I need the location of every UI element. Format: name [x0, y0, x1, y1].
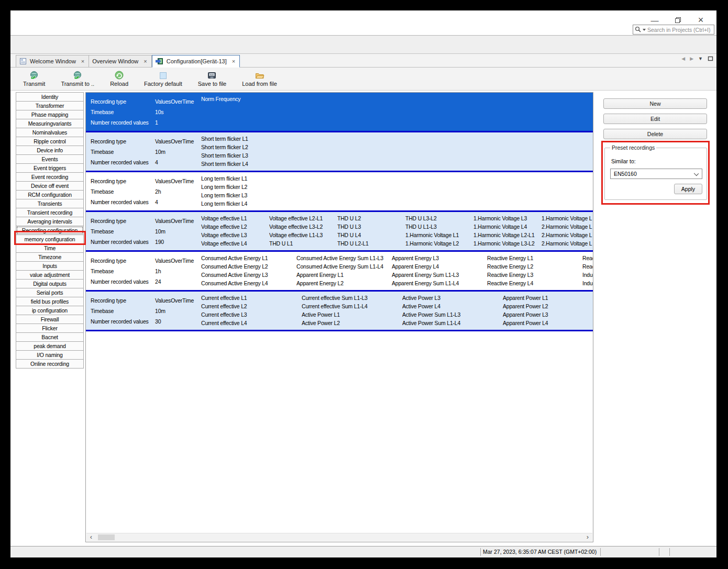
field-value: 30 — [155, 318, 161, 328]
sidebar-item-firewall[interactable]: Firewall — [16, 315, 84, 324]
scrollbar-thumb[interactable] — [98, 534, 115, 540]
horizontal-scrollbar[interactable]: ‹› — [86, 533, 592, 541]
recording-fields: Recording typeValuesOverTimeTimebase10mN… — [91, 297, 201, 328]
new-button[interactable]: New — [603, 98, 707, 109]
field-value: 2h — [155, 188, 161, 198]
tab-configuration[interactable]: Configuration[Gerät-13] × — [152, 55, 240, 68]
search-box[interactable] — [633, 25, 714, 35]
field-value: 10m — [155, 307, 166, 318]
delete-button[interactable]: Delete — [603, 129, 707, 139]
recording-row-1[interactable]: Recording typeValuesOverTimeTimebase10sN… — [86, 93, 593, 132]
field-label: Number recorded values — [91, 318, 155, 328]
sidebar-item-memory-configuration[interactable]: memory configuration — [16, 235, 84, 244]
reload-icon — [115, 71, 124, 80]
transmit-to-button[interactable]: Transmit to .. — [56, 70, 100, 88]
recorded-value: Apparent Energy L3 — [392, 254, 487, 262]
tab-scroll-right-icon[interactable]: ▶ — [690, 56, 693, 61]
recorded-value: Apparent Power L4 — [503, 319, 593, 327]
config-sidebar: IdentityTransformerPhase mappingMeasurin… — [16, 92, 84, 369]
maximize-view-icon[interactable] — [708, 56, 713, 61]
recording-row-6[interactable]: Recording typeValuesOverTimeTimebase10mN… — [86, 292, 593, 331]
field-label: Recording type — [91, 257, 155, 267]
sidebar-item-events[interactable]: Events — [16, 154, 84, 164]
sidebar-item-ip-configuration[interactable]: ip configuration — [16, 306, 84, 315]
tab-label: Configuration[Gerät-13] — [167, 58, 227, 64]
tab-list-dropdown-icon[interactable]: ▼ — [698, 56, 703, 61]
sidebar-item-field-bus-profiles[interactable]: field bus profiles — [16, 297, 84, 306]
sidebar-item-serial-ports[interactable]: Serial ports — [16, 288, 84, 297]
recording-row-5[interactable]: Recording typeValuesOverTimeTimebase1hNu… — [86, 252, 593, 292]
scroll-right-icon[interactable]: › — [584, 533, 591, 541]
sidebar-item-device-off-event[interactable]: Device off event — [16, 181, 84, 191]
field-value: 4 — [155, 198, 158, 209]
recorded-value: Active Power L2 — [302, 319, 402, 327]
sidebar-item-phase-mapping[interactable]: Phase mapping — [16, 110, 84, 119]
tab-label: Overview Window — [92, 58, 138, 64]
sidebar-item-value-adjustment[interactable]: value adjustment — [16, 270, 84, 280]
tab-scroll-left-icon[interactable]: ◀ — [681, 56, 685, 61]
sidebar-item-digital-outputs[interactable]: Digital outputs — [16, 279, 84, 288]
tab-overview-window[interactable]: Overview Window × — [89, 55, 151, 68]
status-bar: Mar 27, 2023, 6:35:07 AM CEST (GMT+02:00… — [10, 546, 716, 557]
factory-default-button[interactable]: Factory default — [139, 70, 187, 88]
recorded-value: Active Power L4 — [402, 302, 503, 310]
toolbar: Transmit Transmit to .. Reload — [10, 68, 716, 91]
sidebar-item-device-info[interactable]: Device info — [16, 146, 84, 155]
transmit-icon — [29, 71, 39, 80]
scroll-left-icon[interactable]: ‹ — [87, 533, 95, 541]
recording-row-2[interactable]: Recording typeValuesOverTimeTimebase10mN… — [86, 132, 593, 172]
recorded-value: Current effective L4 — [201, 319, 302, 327]
right-panel: New Edit Delete Preset recordings Simila… — [602, 92, 713, 200]
recorded-values: Current effective L1Current effective L2… — [201, 294, 593, 330]
sidebar-item-time[interactable]: Time — [16, 243, 84, 253]
sidebar-item-transformer[interactable]: Transformer — [16, 101, 84, 110]
sidebar-item-nominalvalues[interactable]: Nominalvalues — [16, 128, 84, 137]
recorded-value: Active Power Sum L1-L3 — [402, 310, 503, 319]
sidebar-item-averaging-intervals[interactable]: Averaging intervals — [16, 217, 84, 226]
configuration-icon — [156, 58, 163, 65]
tab-close-icon[interactable]: × — [144, 58, 147, 64]
recorded-value: THD U L3-L2 — [405, 214, 473, 222]
reload-button[interactable]: Reload — [105, 70, 134, 88]
recorded-value: THD U L4 — [337, 231, 405, 239]
recorded-value: Induc — [582, 271, 593, 279]
edit-button[interactable]: Edit — [603, 114, 707, 124]
content-area: IdentityTransformerPhase mappingMeasurin… — [10, 92, 716, 546]
recording-row-4[interactable]: Recording typeValuesOverTimeTimebase10mN… — [86, 212, 593, 252]
sidebar-item-measuringvariants[interactable]: Measuringvariants — [16, 119, 84, 128]
tab-welcome-window[interactable]: Welcome Window × — [16, 55, 89, 68]
recording-row-3[interactable]: Recording typeValuesOverTimeTimebase2hNu… — [86, 172, 593, 212]
recorded-value: Consumed Active Energy L1 — [201, 254, 296, 262]
sidebar-item-event-triggers[interactable]: Event triggers — [16, 163, 84, 173]
search-input[interactable] — [647, 27, 714, 33]
sidebar-item-recording-configuration[interactable]: Recording configuration — [16, 226, 84, 235]
statusbar-separator — [669, 548, 670, 556]
sidebar-item-timezone[interactable]: Timezone — [16, 252, 84, 262]
field-label: Number recorded values — [91, 119, 155, 129]
sidebar-item-ripple-control[interactable]: Ripple control — [16, 137, 84, 146]
tab-close-icon[interactable]: × — [232, 58, 235, 64]
sidebar-item-event-recording[interactable]: Event recording — [16, 172, 84, 182]
recorded-value: 1.Harmonic Voltage L1 — [405, 231, 473, 239]
similar-to-select[interactable]: EN50160 — [610, 169, 702, 179]
save-to-file-button[interactable]: Save to file — [193, 70, 231, 88]
recorded-value: Active Power L1 — [302, 310, 402, 319]
sidebar-item-peak-demand[interactable]: peak demand — [16, 341, 84, 351]
field-value: 1 — [155, 119, 158, 129]
sidebar-item-i-o-naming[interactable]: I/O naming — [16, 350, 84, 360]
transmit-button[interactable]: Transmit — [18, 70, 50, 88]
search-options-caret-icon[interactable] — [643, 29, 646, 31]
sidebar-item-bacnet[interactable]: Bacnet — [16, 332, 84, 342]
sidebar-item-online-recording[interactable]: Online recording — [16, 359, 84, 369]
sidebar-item-transients[interactable]: Transients — [16, 199, 84, 208]
tab-close-icon[interactable]: × — [81, 58, 84, 64]
sidebar-item-transient-recording[interactable]: Transient recording — [16, 208, 84, 217]
preset-recordings-legend: Preset recordings — [610, 144, 656, 151]
sidebar-item-identity[interactable]: Identity — [16, 92, 84, 102]
sidebar-item-flicker[interactable]: Flicker — [16, 323, 84, 333]
sidebar-item-inputs[interactable]: Inputs — [16, 261, 84, 271]
field-label: Timebase — [91, 108, 155, 119]
load-from-file-button[interactable]: Load from file — [237, 70, 282, 88]
apply-button[interactable]: Apply — [674, 184, 702, 194]
sidebar-item-rcm-configuration[interactable]: RCM configuration — [16, 190, 84, 199]
